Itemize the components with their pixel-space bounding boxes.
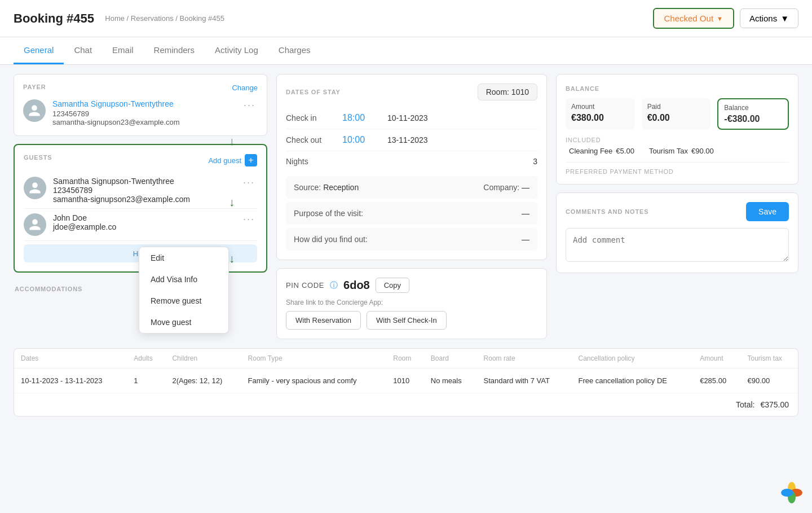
guest-name-2[interactable]: John Doe: [53, 213, 234, 222]
col-room-rate: Room rate: [477, 349, 572, 369]
payer-phone: 123456789: [52, 109, 235, 118]
comments-label: COMMENTS AND NOTES: [566, 208, 648, 215]
with-reservation-button[interactable]: With Reservation: [286, 311, 361, 330]
row-dates: 10-11-2023 - 13-11-2023: [14, 369, 127, 393]
dates-label: DATES OF STAY: [286, 89, 341, 95]
col-amount: Amount: [693, 349, 740, 369]
balance-card: BALANCE Amount €380.00 Paid €0.00 Balanc…: [556, 74, 798, 185]
guest-row: John Doe jdoe@example.co ···: [24, 209, 257, 241]
payer-label: PAYER: [23, 84, 46, 90]
tourism-tax: Tourism Tax€90.00: [646, 147, 714, 155]
copy-button[interactable]: Copy: [376, 278, 409, 293]
source-value: Reception: [323, 183, 359, 192]
nights-value: 3: [533, 157, 537, 166]
payer-email: samantha-signupson23@example.com: [52, 118, 235, 126]
comment-input[interactable]: [566, 228, 789, 262]
guest-more-button-2[interactable]: ···: [241, 213, 257, 225]
info-icon[interactable]: ⓘ: [330, 280, 338, 291]
row-room: 1010: [386, 369, 424, 393]
checked-out-button[interactable]: Checked Out ▼: [653, 8, 734, 29]
tab-activity-log[interactable]: Activity Log: [205, 37, 268, 64]
svg-point-3: [781, 489, 793, 497]
col-adults: Adults: [127, 349, 165, 369]
balance-box-value: -€380.00: [724, 114, 782, 124]
guest-phone-1: 123456789: [53, 186, 234, 195]
how-label: How did you find out:: [294, 235, 368, 244]
purpose-label: Purpose of the visit:: [294, 209, 363, 218]
with-self-checkin-button[interactable]: With Self Check-In: [367, 311, 447, 330]
tab-email[interactable]: Email: [102, 37, 144, 64]
balance-label: BALANCE: [566, 85, 599, 92]
purpose-value: —: [522, 209, 529, 218]
payer-card: PAYER Change Samantha Signupson-Twentyth…: [14, 74, 267, 136]
guests-label: GUESTS: [24, 154, 52, 161]
arrow-indicator-1: ↓: [229, 135, 235, 148]
source-row: Source: Reception Company: —: [286, 176, 537, 199]
company-label: Company:: [483, 183, 519, 192]
guest-name-1[interactable]: Samantha Signupson-Twentythree: [53, 177, 234, 186]
included-label: Included: [566, 137, 789, 143]
col-dates: Dates: [14, 349, 127, 369]
checkin-date: 10-11-2023: [387, 113, 428, 122]
accommodations-label: ACCOMMODATIONS: [15, 286, 82, 292]
payer-more-button[interactable]: ···: [241, 99, 258, 111]
guest-row: Samantha Signupson-Twentythree 123456789…: [24, 172, 257, 209]
purpose-row: Purpose of the visit: —: [286, 202, 537, 225]
accommodations-section: Dates Adults Children Room Type Room Boa…: [14, 348, 798, 416]
table-row: 10-11-2023 - 13-11-2023 1 2(Ages: 12, 12…: [14, 369, 798, 393]
payer-avatar: [23, 99, 46, 122]
row-board: No meals: [424, 369, 477, 393]
room-badge: Room: 1010: [478, 84, 537, 100]
row-amount: €285.00: [693, 369, 740, 393]
amount-label: Amount: [571, 103, 629, 111]
total-row: Total: €375.00: [14, 393, 798, 416]
row-cancellation: Free cancellation policy DE: [571, 369, 693, 393]
guest-more-button-1[interactable]: ···: [241, 177, 257, 188]
preferred-payment-label: PREFERRED PAYMENT METHOD: [566, 162, 789, 175]
payer-name[interactable]: Samantha Signupson-Twentythree: [52, 99, 235, 108]
add-guest-link[interactable]: Add guest: [208, 156, 241, 165]
context-menu-edit[interactable]: Edit: [139, 247, 228, 269]
checkin-time: 18:00: [342, 113, 387, 123]
add-guest-plus-button[interactable]: +: [245, 154, 257, 166]
row-room-type: Family - very spacious and comfy: [241, 369, 387, 393]
guest-email-1: samantha-signupson23@example.com: [53, 195, 234, 204]
chevron-down-icon: ▼: [780, 14, 789, 23]
context-menu-remove[interactable]: Remove guest: [139, 290, 228, 312]
tabs-bar: General Chat Email Reminders Activity Lo…: [0, 37, 812, 65]
row-tourism-tax: €90.00: [741, 369, 798, 393]
guest-email-2: jdoe@example.co: [53, 222, 234, 231]
amount-box: Amount €380.00: [566, 98, 635, 130]
source-label: Source:: [294, 183, 321, 192]
page-title: Booking #455: [14, 11, 94, 26]
tab-chat[interactable]: Chat: [64, 37, 102, 64]
amount-value: €380.00: [571, 113, 629, 123]
paid-label: Paid: [647, 103, 705, 111]
change-payer-link[interactable]: Change: [232, 84, 258, 92]
context-menu-move[interactable]: Move guest: [139, 312, 228, 333]
company-value: —: [522, 183, 529, 192]
guest-avatar-1: [24, 177, 46, 199]
guests-card: ↓ ↓ ↓ GUESTS Add guest + Samantha Signup…: [14, 144, 267, 273]
guest-avatar-2: [24, 213, 46, 236]
col-room-type: Room Type: [241, 349, 387, 369]
arrow-indicator-3: ↓: [229, 252, 235, 265]
col-board: Board: [424, 349, 477, 369]
col-children: Children: [165, 349, 241, 369]
balance-box-label: Balance: [724, 104, 782, 112]
actions-button[interactable]: Actions ▼: [740, 8, 798, 28]
col-tourism-tax: Tourism tax: [741, 349, 798, 369]
paid-value: €0.00: [647, 113, 705, 123]
tab-reminders[interactable]: Reminders: [144, 37, 205, 64]
tab-charges[interactable]: Charges: [268, 37, 321, 64]
checkout-time: 10:00: [342, 135, 387, 145]
cleaning-fee: Cleaning Fee€5.00: [566, 147, 634, 155]
row-children: 2(Ages: 12, 12): [165, 369, 241, 393]
col-room: Room: [386, 349, 424, 369]
comments-card: COMMENTS AND NOTES Save: [556, 192, 798, 273]
tab-general[interactable]: General: [14, 37, 64, 64]
save-button[interactable]: Save: [746, 202, 789, 221]
pin-card: PIN CODE ⓘ 6do8 Copy Share link to the C…: [276, 268, 547, 339]
nights-label: Nights: [286, 157, 308, 166]
context-menu-visa[interactable]: Add Visa Info: [139, 269, 228, 290]
